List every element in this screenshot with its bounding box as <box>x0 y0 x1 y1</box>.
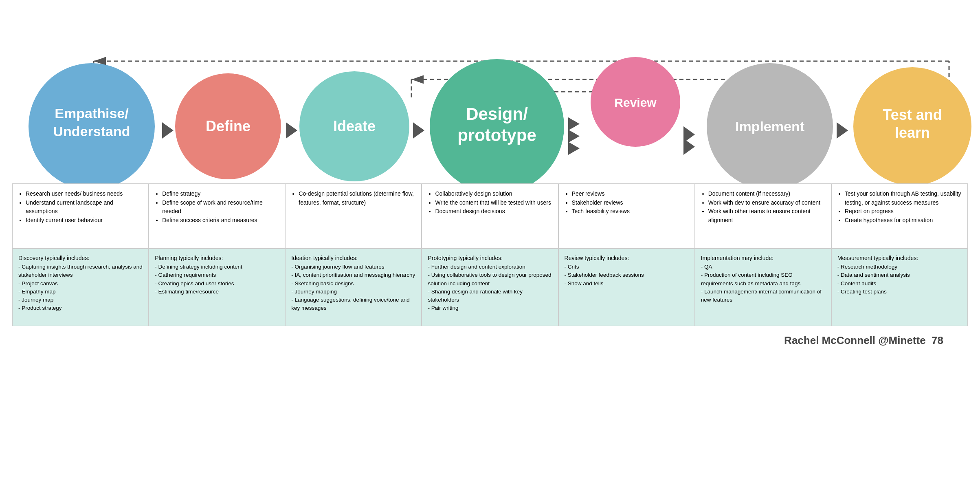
svg-text:Empathise/: Empathise/ <box>55 106 129 121</box>
test-detail-1: Research methodology <box>837 263 962 271</box>
empathise-bottom: Discovery typically includes: Capturing … <box>12 249 149 326</box>
design-bullet-2: Write the content that will be tested wi… <box>435 198 552 207</box>
implement-bullet-2: Work with dev to ensure accuracy of cont… <box>708 198 825 207</box>
define-detail-1: Defining strategy including content <box>155 263 279 271</box>
ideate-bottom: Ideation typically includes: Organising … <box>285 249 422 326</box>
ideate-detail-2: IA, content prioritisation and messaging… <box>291 271 415 279</box>
test-bullet-2: Report on progress <box>845 207 962 216</box>
svg-marker-18 <box>568 142 580 155</box>
ideate-detail-1: Organising journey flow and features <box>291 263 415 271</box>
ideate-top: Co-design potential solutions (determine… <box>285 183 422 249</box>
implement-bottom: Implementation may include: QA Productio… <box>695 249 831 326</box>
empathise-detail-2: Project canvas <box>18 280 143 288</box>
empathise-bottom-title: Discovery typically includes: <box>18 255 143 261</box>
test-top: Test your solution through AB testing, u… <box>831 183 968 249</box>
define-top: Define strategy Define scope of work and… <box>149 183 285 249</box>
define-detail-3: Creating epics and user stories <box>155 280 279 288</box>
review-top: Peer reviews Stakeholder reviews Tech fe… <box>558 183 695 249</box>
review-bullet-3: Tech feasibility reviews <box>572 207 689 216</box>
test-bottom: Measurement typically includes: Research… <box>831 249 968 326</box>
svg-text:Ideate: Ideate <box>333 118 376 134</box>
test-bottom-title: Measurement typically includes: <box>837 255 962 261</box>
review-detail-1: Crits <box>565 263 689 271</box>
svg-text:Design/: Design/ <box>466 104 528 123</box>
ideate-detail-4: Journey mapping <box>291 288 415 296</box>
define-detail-4: Estimating time/resource <box>155 288 279 296</box>
review-bullet-1: Peer reviews <box>572 190 689 198</box>
test-bullet-3: Create hypotheses for optimisation <box>845 216 962 225</box>
ideate-detail-5: Language suggestions, defining voice/ton… <box>291 296 415 313</box>
design-detail-3: Sharing design and rationale with key st… <box>428 288 552 304</box>
define-bottom: Planning typically includes: Defining st… <box>149 249 285 326</box>
test-detail-2: Data and sentiment analysis <box>837 271 962 279</box>
empathise-detail-4: Journey map <box>18 296 143 304</box>
empathise-bullet-1: Research user needs/ business needs <box>26 190 143 198</box>
svg-text:Understand: Understand <box>53 123 130 139</box>
svg-marker-22 <box>683 139 695 155</box>
top-bullets-section: Research user needs/ business needs Unde… <box>12 183 968 249</box>
review-bottom-title: Review typically includes: <box>565 255 689 261</box>
test-detail-3: Content audits <box>837 280 962 288</box>
ideate-detail-3: Sketching basic designs <box>291 280 415 288</box>
svg-text:prototype: prototype <box>457 126 536 145</box>
design-detail-4: Pair writing <box>428 304 552 312</box>
design-detail-1: Further design and content exploration <box>428 263 552 271</box>
svg-text:Define: Define <box>206 118 250 134</box>
review-bullet-2: Stakeholder reviews <box>572 198 689 207</box>
svg-marker-12 <box>413 122 424 139</box>
svg-text:Test and: Test and <box>883 106 942 123</box>
ideate-bottom-title: Ideation typically includes: <box>291 255 415 261</box>
svg-text:learn: learn <box>895 124 930 141</box>
svg-marker-17 <box>568 130 580 143</box>
implement-detail-1: QA <box>701 263 825 271</box>
empathise-bullet-3: Identify current user behaviour <box>26 216 143 225</box>
design-detail-2: Using collaborative tools to design your… <box>428 271 552 288</box>
review-detail-2: Stakeholder feedback sessions <box>565 271 689 279</box>
process-diagram: Empathise/ Understand Define Ideate Desi… <box>12 8 980 183</box>
implement-bottom-title: Implementation may include: <box>701 255 825 261</box>
svg-text:Review: Review <box>614 96 657 109</box>
author-name: Rachel McConnell @Minette_78 <box>784 334 943 346</box>
author-attribution: Rachel McConnell @Minette_78 <box>12 326 968 351</box>
define-bullet-1: Define strategy <box>162 190 279 198</box>
empathise-bullet-2: Understand current landscape and assumpt… <box>26 198 143 216</box>
implement-detail-2: Production of content including SEO requ… <box>701 271 825 288</box>
main-container: Empathise/ Understand Define Ideate Desi… <box>0 0 980 485</box>
design-bottom: Prototyping typically includes: Further … <box>422 249 558 326</box>
review-detail-3: Show and tells <box>565 280 689 288</box>
design-top: Collaboratively design solution Write th… <box>422 183 558 249</box>
design-bullet-3: Document design decisions <box>435 207 552 216</box>
svg-marker-25 <box>837 122 848 139</box>
empathise-top: Research user needs/ business needs Unde… <box>12 183 149 249</box>
design-bottom-title: Prototyping typically includes: <box>428 255 552 261</box>
empathise-detail-3: Empathy map <box>18 288 143 296</box>
test-detail-4: Creating test plans <box>837 288 962 296</box>
define-bottom-title: Planning typically includes: <box>155 255 279 261</box>
svg-marker-9 <box>286 122 297 139</box>
define-detail-2: Gathering requirements <box>155 271 279 279</box>
svg-text:Implement: Implement <box>735 119 804 134</box>
implement-bullet-3: Work with other teams to ensure content … <box>708 207 825 225</box>
design-bullet-1: Collaboratively design solution <box>435 190 552 198</box>
empathise-detail-5: Product strategy <box>18 304 143 312</box>
define-bullet-2: Define scope of work and resource/time n… <box>162 198 279 216</box>
implement-detail-3: Launch management/ internal communicatio… <box>701 288 825 304</box>
svg-marker-6 <box>162 122 174 139</box>
bottom-details-section: Discovery typically includes: Capturing … <box>12 249 968 326</box>
test-bullet-1: Test your solution through AB testing, u… <box>845 190 962 207</box>
review-bottom: Review typically includes: Crits Stakeho… <box>558 249 695 326</box>
svg-marker-16 <box>568 117 580 130</box>
define-bullet-3: Define success criteria and measures <box>162 216 279 225</box>
ideate-bullet-1: Co-design potential solutions (determine… <box>299 190 415 207</box>
empathise-detail-1: Capturing insights through research, ana… <box>18 263 143 280</box>
implement-top: Document content (if necessary) Work wit… <box>695 183 831 249</box>
implement-bullet-1: Document content (if necessary) <box>708 190 825 198</box>
